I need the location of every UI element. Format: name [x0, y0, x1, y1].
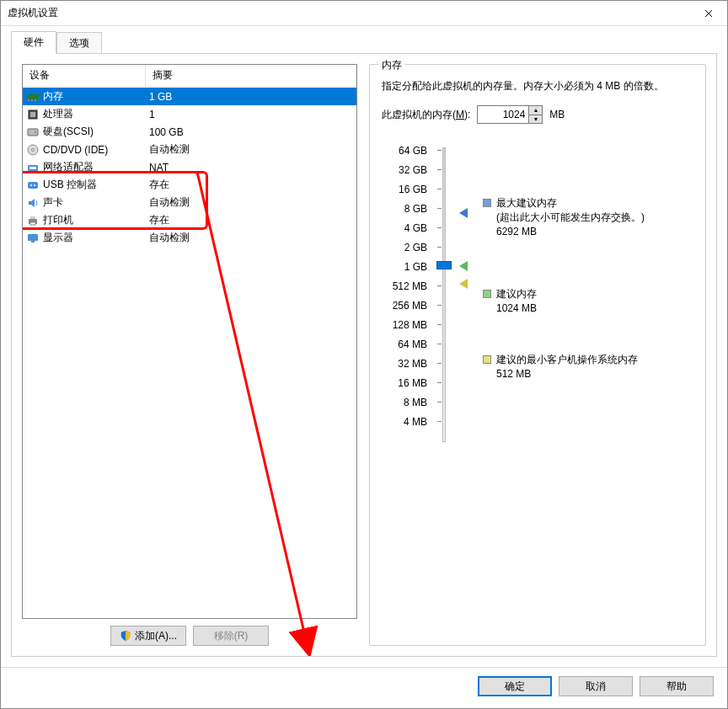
- slider-tick: [437, 247, 442, 248]
- display-icon: [26, 232, 40, 245]
- device-row-display[interactable]: 显示器自动检测: [23, 229, 356, 247]
- device-row-cd[interactable]: CD/DVD (IDE)自动检测: [23, 141, 356, 158]
- help-button[interactable]: 帮助: [640, 676, 714, 696]
- spinner-down[interactable]: ▼: [529, 115, 542, 124]
- tab-hardware[interactable]: 硬件: [11, 31, 56, 54]
- network-icon: [26, 161, 40, 174]
- slider-tick: [437, 169, 442, 170]
- disk-icon: [26, 125, 40, 139]
- svg-rect-12: [28, 182, 38, 189]
- memory-slider[interactable]: [442, 147, 446, 442]
- spinner-up[interactable]: ▲: [529, 106, 542, 115]
- tab-strip: 硬件 选项: [11, 33, 717, 53]
- slider-tick-label: 1 GB: [404, 257, 427, 276]
- dialog-footer: 确定 取消 帮助: [1, 667, 727, 708]
- col-header-summary[interactable]: 摘要: [146, 65, 356, 87]
- tab-options[interactable]: 选项: [56, 32, 102, 54]
- legend-min-square-icon: [483, 355, 491, 364]
- legend-max-note: (超出此大小可能发生内存交换。): [496, 211, 645, 225]
- memory-panel: 内存 指定分配给此虚拟机的内存量。内存大小必须为 4 MB 的倍数。 此虚拟机的…: [369, 64, 706, 646]
- hardware-panel: 设备 摘要 内存1 GB处理器1硬盘(SCSI)100 GBCD/DVD (ID…: [11, 53, 717, 657]
- cancel-button[interactable]: 取消: [559, 676, 633, 696]
- marker-column: [459, 141, 476, 431]
- device-summary: 100 GB: [146, 126, 356, 138]
- device-list-header: 设备 摘要: [23, 65, 356, 88]
- memory-slider-area: 64 GB32 GB16 GB8 GB4 GB2 GB1 GB512 MB256…: [382, 141, 693, 431]
- svg-rect-0: [27, 94, 39, 99]
- slider-tick-label: 4 MB: [404, 412, 427, 431]
- slider-thumb[interactable]: [436, 261, 452, 269]
- legend-rec: 建议内存 1024 MB: [483, 287, 537, 316]
- device-summary: 1 GB: [146, 91, 356, 103]
- legend-max-square-icon: [483, 199, 491, 207]
- svg-rect-18: [28, 234, 38, 241]
- slider-tick-label: 16 MB: [398, 373, 427, 392]
- device-name: 网络适配器: [43, 160, 94, 174]
- remove-button-label: 移除(R): [214, 629, 249, 643]
- device-summary: 存在: [146, 178, 356, 192]
- printer-icon: [26, 214, 40, 227]
- slider-tick: [437, 285, 442, 286]
- legend-max: 最大建议内存 (超出此大小可能发生内存交换。) 6292 MB: [483, 196, 645, 238]
- slider-tick: [437, 344, 442, 344]
- slider-track-wrap: [434, 141, 452, 431]
- slider-tick: [437, 402, 442, 402]
- device-name: 显示器: [43, 231, 73, 245]
- slider-tick-label: 16 GB: [399, 179, 427, 199]
- vm-settings-window: 虚拟机设置 硬件 选项 设备 摘要 内存1 GB处理器1硬盘(SCSI)100 …: [0, 0, 728, 709]
- legend-rec-label: 建议内存: [496, 287, 537, 301]
- slider-tick-label: 256 MB: [393, 296, 427, 315]
- device-name: USB 控制器: [43, 178, 97, 192]
- col-header-device[interactable]: 设备: [23, 65, 146, 87]
- device-name: 声卡: [43, 195, 63, 210]
- device-list[interactable]: 设备 摘要 内存1 GB处理器1硬盘(SCSI)100 GBCD/DVD (ID…: [22, 64, 357, 619]
- svg-point-14: [34, 184, 35, 186]
- device-summary: 自动检测: [146, 142, 356, 157]
- device-summary: 自动检测: [146, 195, 356, 210]
- device-summary: NAT: [146, 162, 356, 173]
- legend-rec-value: 1024 MB: [496, 301, 537, 316]
- device-row-cpu[interactable]: 处理器1: [23, 105, 356, 123]
- slider-tick-label: 512 MB: [393, 276, 427, 296]
- device-row-memory[interactable]: 内存1 GB: [23, 88, 356, 105]
- slider-tick-label: 64 GB: [399, 141, 427, 160]
- device-row-printer[interactable]: 打印机存在: [23, 211, 356, 229]
- memory-input[interactable]: [478, 106, 528, 123]
- slider-tick-labels: 64 GB32 GB16 GB8 GB4 GB2 GB1 GB512 MB256…: [382, 141, 427, 431]
- device-row-network[interactable]: 网络适配器NAT: [23, 158, 356, 176]
- legend-rec-square-icon: [483, 290, 491, 298]
- cd-icon: [26, 143, 40, 157]
- legend-min: 建议的最小客户机操作系统内存 512 MB: [483, 353, 638, 381]
- marker-min-icon: [459, 279, 468, 289]
- memory-spinner[interactable]: ▲ ▼: [477, 105, 543, 124]
- device-summary: 存在: [146, 213, 356, 227]
- memory-panel-title: 内存: [378, 58, 405, 72]
- device-name: CD/DVD (IDE): [43, 144, 108, 156]
- slider-tick-label: 32 GB: [399, 160, 427, 179]
- dialog-body: 硬件 选项 设备 摘要 内存1 GB处理器1硬盘(SCSI)100 GBCD/D…: [1, 26, 727, 667]
- device-name: 硬盘(SCSI): [43, 125, 94, 139]
- device-row-usb[interactable]: USB 控制器存在: [23, 176, 356, 194]
- memory-icon: [26, 90, 40, 104]
- slider-tick: [437, 189, 442, 189]
- legend-max-value: 6292 MB: [496, 225, 645, 239]
- memory-unit: MB: [549, 109, 565, 120]
- usb-icon: [26, 179, 40, 192]
- ok-button[interactable]: 确定: [478, 676, 552, 696]
- slider-tick: [437, 208, 442, 209]
- svg-point-13: [30, 184, 32, 186]
- slider-tick-label: 8 MB: [404, 392, 427, 412]
- device-row-sound[interactable]: 声卡自动检测: [23, 194, 356, 211]
- slider-tick: [437, 150, 442, 151]
- device-name: 打印机: [43, 213, 73, 227]
- add-button[interactable]: 添加(A)...: [110, 626, 186, 646]
- svg-rect-5: [30, 112, 35, 117]
- close-button[interactable]: [689, 1, 727, 25]
- close-icon: [704, 9, 713, 18]
- svg-rect-2: [31, 99, 33, 101]
- window-title: 虚拟机设置: [8, 6, 58, 20]
- memory-input-row: 此虚拟机的内存(M): ▲ ▼ MB: [382, 105, 693, 124]
- svg-rect-6: [28, 129, 38, 136]
- left-panel: 设备 摘要 内存1 GB处理器1硬盘(SCSI)100 GBCD/DVD (ID…: [22, 64, 357, 646]
- device-row-disk[interactable]: 硬盘(SCSI)100 GB: [23, 123, 356, 141]
